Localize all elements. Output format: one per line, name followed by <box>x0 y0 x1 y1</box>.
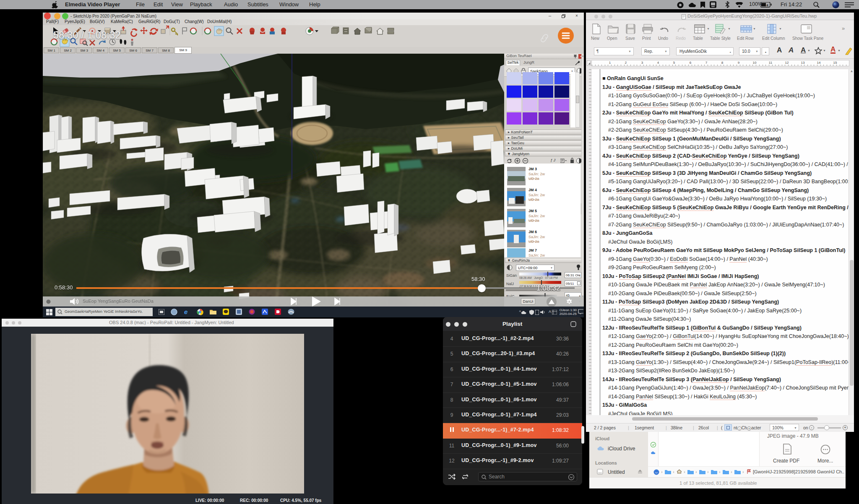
svg-text:4: 4 <box>766 3 768 7</box>
svg-text:e: e <box>184 309 187 315</box>
